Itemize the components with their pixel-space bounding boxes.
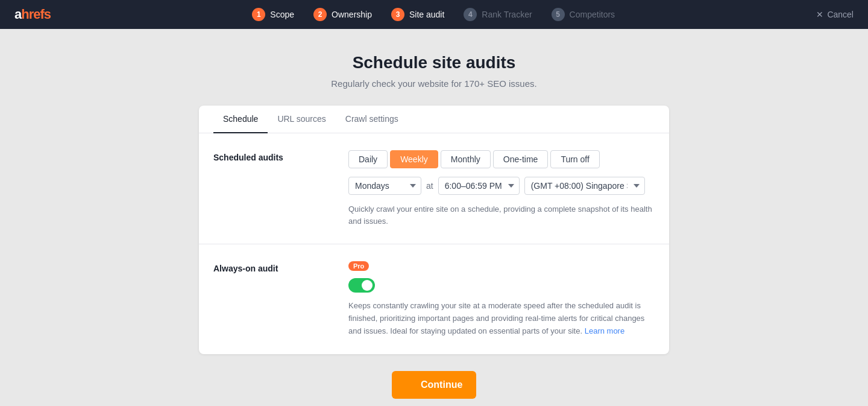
always-on-body: Pro Keeps constantly crawling your site … [348, 261, 655, 337]
schedule-daily-btn[interactable]: Daily [348, 150, 388, 168]
step-competitors[interactable]: 5 Competitors [552, 8, 615, 21]
header: ahrefs 1 Scope 2 Ownership 3 Site audit … [0, 0, 868, 29]
logo-text: ahrefs [14, 7, 51, 22]
step-ownership[interactable]: 2 Ownership [313, 8, 372, 21]
step-ownership-label: Ownership [332, 10, 372, 19]
schedule-time-row: Mondays Tuesdays Wednesdays Thursdays Fr… [348, 177, 655, 195]
time-select[interactable]: 6:00–06:59 PM 7:00–07:59 PM [438, 177, 520, 195]
step-scope-label: Scope [270, 10, 294, 19]
learn-more-link[interactable]: Learn more [585, 326, 624, 335]
day-select[interactable]: Mondays Tuesdays Wednesdays Thursdays Fr… [348, 177, 421, 195]
schedule-weekly-btn[interactable]: Weekly [390, 150, 438, 168]
step-competitors-number: 5 [552, 8, 565, 21]
cancel-button[interactable]: ✕ Cancel [816, 10, 854, 19]
always-on-toggle-container [348, 278, 655, 293]
scheduled-audits-label: Scheduled audits [213, 150, 334, 227]
cancel-label: Cancel [827, 10, 854, 19]
continue-button[interactable]: Continue [392, 371, 476, 399]
schedule-one-time-btn[interactable]: One-time [493, 150, 549, 168]
step-rank-tracker[interactable]: 4 Rank Tracker [464, 8, 532, 21]
tab-schedule[interactable]: Schedule [213, 106, 268, 133]
always-on-section: Always-on audit Pro Keeps constantly cra… [199, 244, 669, 354]
cancel-x-icon: ✕ [816, 10, 823, 19]
always-on-description: Keeps constantly crawling your site at a… [348, 300, 655, 337]
scheduled-audits-body: Daily Weekly Monthly One-time Turn off M… [348, 150, 655, 227]
main-card: Schedule URL sources Crawl settings Sche… [199, 106, 669, 354]
footer: Continue [392, 371, 476, 399]
at-label: at [426, 181, 433, 191]
tab-crawl-settings[interactable]: Crawl settings [336, 106, 408, 133]
step-competitors-label: Competitors [570, 10, 615, 19]
always-on-toggle[interactable] [348, 278, 375, 293]
step-rank-tracker-label: Rank Tracker [482, 10, 532, 19]
step-scope-number: 1 [252, 8, 265, 21]
tabs-nav: Schedule URL sources Crawl settings [199, 106, 669, 133]
logo: ahrefs [14, 7, 51, 22]
page-subtitle: Regularly check your website for 170+ SE… [331, 78, 536, 89]
main-content: Schedule site audits Regularly check you… [0, 29, 868, 406]
schedule-options: Daily Weekly Monthly One-time Turn off [348, 150, 655, 168]
steps-nav: 1 Scope 2 Ownership 3 Site audit 4 Rank … [252, 8, 615, 21]
page-title: Schedule site audits [353, 53, 516, 72]
timezone-select[interactable]: (GMT +08:00) Singapore Sta... [524, 177, 645, 195]
schedule-monthly-btn[interactable]: Monthly [441, 150, 491, 168]
always-on-label: Always-on audit [213, 261, 334, 337]
step-rank-tracker-number: 4 [464, 8, 477, 21]
toggle-slider [348, 278, 375, 293]
schedule-turn-off-btn[interactable]: Turn off [550, 150, 599, 168]
tab-url-sources[interactable]: URL sources [268, 106, 335, 133]
step-site-audit[interactable]: 3 Site audit [391, 8, 444, 21]
step-ownership-number: 2 [313, 8, 327, 21]
scheduled-audits-section: Scheduled audits Daily Weekly Monthly On… [199, 133, 669, 244]
always-on-header-row: Pro [348, 261, 655, 271]
step-scope[interactable]: 1 Scope [252, 8, 294, 21]
pro-badge: Pro [348, 261, 369, 271]
schedule-description: Quickly crawl your entire site on a sche… [348, 203, 655, 227]
step-site-audit-number: 3 [391, 8, 404, 21]
step-site-audit-label: Site audit [409, 10, 444, 19]
card-content: Scheduled audits Daily Weekly Monthly On… [199, 133, 669, 354]
